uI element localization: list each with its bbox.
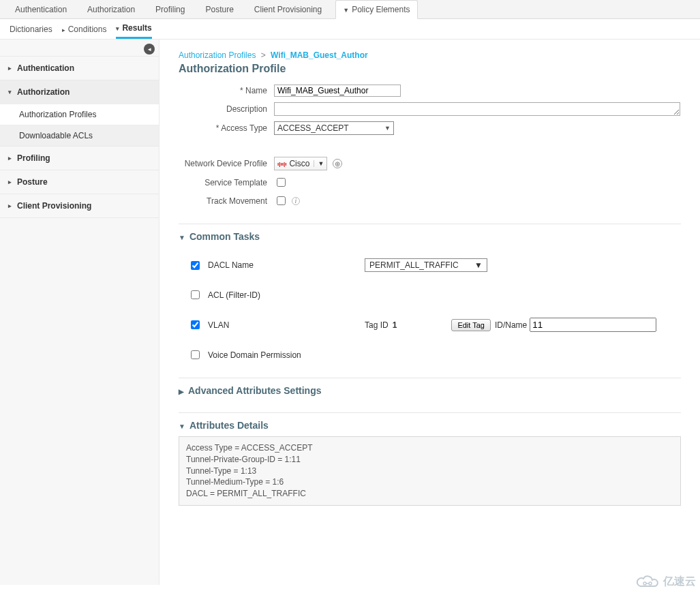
service-template-checkbox[interactable] xyxy=(277,178,286,187)
access-type-select[interactable]: ACCESS_ACCEPT ▼ xyxy=(274,121,394,135)
acl-label: ACL (Filter-ID) xyxy=(208,290,337,300)
caret-down-icon: ▼ xyxy=(343,7,349,14)
primary-tab-bar: Authentication Authorization Profiling P… xyxy=(0,0,700,19)
sidebar-item-authorization[interactable]: ▾Authorization xyxy=(0,80,159,104)
triangle-down-icon: ▼ xyxy=(179,234,185,241)
network-device-value: Cisco xyxy=(289,159,309,168)
dacl-label: DACL Name xyxy=(208,260,337,270)
cloud-icon xyxy=(636,574,659,585)
section-attributes-details-header[interactable]: ▼Attributes Details xyxy=(179,420,681,431)
description-input[interactable] xyxy=(274,102,680,116)
section-advanced-header[interactable]: ▶Advanced Attributes Settings xyxy=(179,385,681,396)
access-type-label: * Access Type xyxy=(179,123,274,133)
sidebar-sub-authorization-profiles[interactable]: Authorization Profiles xyxy=(0,104,159,125)
caret-down-icon: ▾ xyxy=(116,25,119,32)
triangle-down-icon: ▼ xyxy=(179,423,185,430)
acl-checkbox[interactable] xyxy=(191,290,200,299)
breadcrumb-separator: > xyxy=(261,50,266,60)
chevron-down-icon: ▾ xyxy=(8,89,12,95)
subtab-dictionaries[interactable]: Dictionaries xyxy=(10,25,52,38)
sidebar-item-profiling[interactable]: ▸Profiling xyxy=(0,146,159,170)
content-area: Authorization Profiles > Wifi_MAB_Guest_… xyxy=(159,40,700,585)
attributes-details-box: Access Type = ACCESS_ACCEPT Tunnel-Priva… xyxy=(179,436,681,506)
vlan-label: VLAN xyxy=(208,320,337,330)
voice-checkbox[interactable] xyxy=(191,350,200,359)
network-device-profile-label: Network Device Profile xyxy=(179,159,274,168)
chevron-right-icon: ▸ xyxy=(8,202,12,209)
dropdown-arrow-icon: ▼ xyxy=(384,125,391,132)
breadcrumb: Authorization Profiles > Wifi_MAB_Guest_… xyxy=(179,50,681,60)
page-title: Authorization Profile xyxy=(179,63,681,75)
tab-label: Policy Elements xyxy=(352,5,410,14)
chevron-right-icon: ▸ xyxy=(8,155,12,162)
dacl-value: PERMIT_ALL_TRAFFIC xyxy=(369,260,459,270)
breadcrumb-root-link[interactable]: Authorization Profiles xyxy=(179,50,256,60)
tag-id-value: 1 xyxy=(393,320,397,330)
track-movement-checkbox[interactable] xyxy=(277,196,286,205)
tab-authentication[interactable]: Authentication xyxy=(8,1,74,18)
dropdown-arrow-icon: ▼ xyxy=(474,260,483,270)
sidebar-item-client-provisioning[interactable]: ▸Client Provisioning xyxy=(0,194,159,218)
dacl-select[interactable]: PERMIT_ALL_TRAFFIC ▼ xyxy=(365,258,487,272)
svg-point-1 xyxy=(649,582,652,585)
watermark: 亿速云 xyxy=(636,574,696,585)
attrib-line: Tunnel-Private-Group-ID = 1:11 xyxy=(186,454,673,466)
chevron-right-icon: ▸ xyxy=(8,65,12,72)
tag-id-label: Tag ID xyxy=(365,320,389,330)
attrib-line: Access Type = ACCESS_ACCEPT xyxy=(186,442,673,454)
secondary-tab-bar: Dictionaries ▸Conditions ▾Results xyxy=(0,19,700,40)
tab-authorization[interactable]: Authorization xyxy=(80,1,142,18)
name-input[interactable] xyxy=(274,85,401,97)
service-template-label: Service Template xyxy=(179,178,274,187)
subtab-conditions[interactable]: ▸Conditions xyxy=(62,25,107,38)
tab-client-provisioning[interactable]: Client Provisioning xyxy=(247,1,329,18)
add-network-device-button[interactable]: ⊕ xyxy=(333,159,342,168)
info-icon[interactable]: i xyxy=(292,197,300,205)
caret-right-icon: ▸ xyxy=(62,27,65,33)
description-label: Description xyxy=(179,104,274,114)
triangle-right-icon: ▶ xyxy=(179,388,184,395)
tab-posture[interactable]: Posture xyxy=(198,1,240,18)
subtab-results[interactable]: ▾Results xyxy=(116,23,151,39)
idname-input[interactable] xyxy=(530,318,656,332)
sidebar-sub-downloadable-acls[interactable]: Downloadable ACLs xyxy=(0,125,159,146)
edit-tag-button[interactable]: Edit Tag xyxy=(451,319,491,331)
access-type-value: ACCESS_ACCEPT xyxy=(277,123,349,133)
sidebar-item-authentication[interactable]: ▸Authentication xyxy=(0,56,159,80)
sidebar: ◂ ▸Authentication ▾Authorization Authori… xyxy=(0,40,159,585)
task-dacl-row: DACL Name PERMIT_ALL_TRAFFIC ▼ xyxy=(188,258,681,272)
vlan-checkbox[interactable] xyxy=(191,320,200,329)
section-common-tasks-header[interactable]: ▼Common Tasks xyxy=(179,231,681,242)
track-movement-label: Track Movement xyxy=(179,196,274,206)
attrib-line: Tunnel-Medium-Type = 1:6 xyxy=(186,476,673,488)
idname-label: ID/Name xyxy=(495,320,527,330)
attrib-line: Tunnel-Type = 1:13 xyxy=(186,466,673,477)
task-vlan-row: VLAN Tag ID 1 Edit Tag ID/Name xyxy=(188,318,681,332)
task-voice-row: Voice Domain Permission xyxy=(188,348,681,361)
attrib-line: DACL = PERMIT_ALL_TRAFFIC xyxy=(186,488,673,500)
chevron-right-icon: ▸ xyxy=(8,179,12,185)
watermark-text: 亿速云 xyxy=(663,575,696,586)
cisco-logo-icon: ı|ıı|ı xyxy=(277,161,286,167)
network-device-profile-select[interactable]: ı|ıı|ı Cisco ▼ xyxy=(274,157,327,170)
name-label: * Name xyxy=(179,86,274,95)
svg-point-0 xyxy=(643,582,646,585)
task-acl-row: ACL (Filter-ID) xyxy=(188,288,681,301)
voice-label: Voice Domain Permission xyxy=(208,350,337,360)
tab-policy-elements[interactable]: ▼Policy Elements xyxy=(335,0,417,19)
tab-profiling[interactable]: Profiling xyxy=(149,1,192,18)
breadcrumb-current: Wifi_MAB_Guest_Author xyxy=(271,50,368,60)
dacl-checkbox[interactable] xyxy=(191,261,200,270)
collapse-sidebar-button[interactable]: ◂ xyxy=(144,44,155,55)
dropdown-arrow-icon: ▼ xyxy=(314,160,324,167)
sidebar-item-posture[interactable]: ▸Posture xyxy=(0,170,159,194)
